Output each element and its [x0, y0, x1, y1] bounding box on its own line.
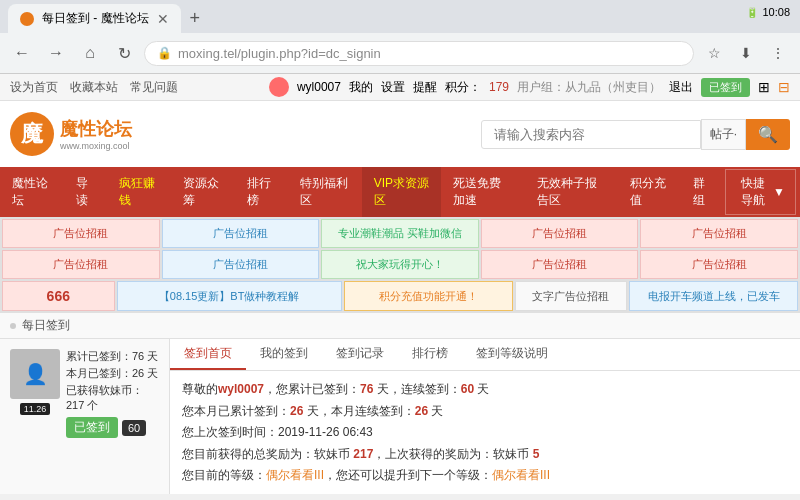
nav-item-4[interactable]: 排行榜: [235, 167, 289, 217]
nav-item-2[interactable]: 疯狂赚钱: [107, 167, 171, 217]
signin-area: 👤 11.26 累计已签到：76 天 本月已签到：26 天 已获得软妹币：217…: [0, 339, 800, 494]
section-header: 每日签到: [0, 313, 800, 339]
ad-box-3-5[interactable]: 电报开车频道上线，已发车: [629, 281, 798, 311]
signed-button[interactable]: 已签到: [701, 78, 750, 97]
feedback-link[interactable]: 常见问题: [130, 79, 178, 96]
quick-nav-button[interactable]: 快捷导航 ▼: [725, 169, 796, 215]
ad-box-1-2[interactable]: 广告位招租: [162, 219, 320, 248]
reward-desc: 1. 奖励措施：随机奖励1~10软妹币，连续七天、30天签到有额外奖励。: [182, 493, 788, 494]
logo-main-text: 魔性论坛: [60, 117, 132, 141]
apps-icon[interactable]: ⊟: [778, 79, 790, 95]
bookmark-link[interactable]: 收藏本站: [70, 79, 118, 96]
url-text: moxing.tel/plugin.php?id=dc_signin: [178, 46, 681, 61]
user-avatar: [269, 77, 289, 97]
ad-box-3-2[interactable]: 【08.15更新】BT做种教程解: [117, 281, 342, 311]
recommend-link[interactable]: 提醒: [413, 79, 437, 96]
date-badge: 11.26: [20, 403, 51, 415]
browser-toolbar: ☆ ⬇ ⋮: [700, 39, 792, 67]
address-bar[interactable]: 🔒 moxing.tel/plugin.php?id=dc_signin: [144, 41, 694, 66]
tab-level-desc[interactable]: 签到等级说明: [462, 339, 562, 370]
ad-row-3: 666 【08.15更新】BT做种教程解 积分充值功能开通！ 文字广告位招租 电…: [2, 281, 798, 311]
home-button[interactable]: ⌂: [76, 39, 104, 67]
ad-box-2-1[interactable]: 广告位招租: [2, 250, 160, 279]
streak-badge: 60: [122, 420, 146, 436]
search-button[interactable]: 🔍: [746, 119, 790, 150]
logo-icon: 魔: [10, 112, 54, 156]
search-input[interactable]: [481, 120, 701, 149]
logo-search-bar: 魔 魔性论坛 www.moxing.cool 帖子· 🔍: [0, 101, 800, 167]
tab-my-signin[interactable]: 我的签到: [246, 339, 322, 370]
tab-close-button[interactable]: ✕: [157, 11, 169, 27]
battery-time: 🔋 10:08: [746, 6, 790, 18]
ad-box-1-1[interactable]: 广告位招租: [2, 219, 160, 248]
star-button[interactable]: ☆: [700, 39, 728, 67]
content-line-1: 尊敬的wyl0007，您累计已签到：76 天，连续签到：60 天: [182, 379, 788, 401]
ad-box-2-4[interactable]: 广告位招租: [481, 250, 639, 279]
content-line-2: 您本月已累计签到：26 天，本月连续签到：26 天: [182, 401, 788, 423]
ad-box-3-4[interactable]: 文字广告位招租: [515, 281, 628, 311]
nav-menu: 魔性论坛 导读 疯狂赚钱 资源众筹 排行榜 特别福利区 VIP求资源区 死送免费…: [0, 167, 800, 217]
signin-right-panel: 签到首页 我的签到 签到记录 排行榜 签到等级说明 尊敬的wyl0007，您累计…: [170, 339, 800, 494]
stat-3: 已获得软妹币：217 个: [66, 383, 159, 413]
nav-item-1[interactable]: 导读: [64, 167, 108, 217]
signin-left-panel: 👤 11.26 累计已签到：76 天 本月已签到：26 天 已获得软妹币：217…: [0, 339, 170, 494]
ad-row-2: 广告位招租 广告位招租 祝大家玩得开心！ 广告位招租 广告位招租: [2, 250, 798, 279]
nav-item-0[interactable]: 魔性论坛: [0, 167, 64, 217]
lock-icon: 🔒: [157, 46, 172, 60]
ad-box-1-4[interactable]: 广告位招租: [481, 219, 639, 248]
tab-favicon: [20, 12, 34, 26]
back-button[interactable]: ←: [8, 39, 36, 67]
signin-content: 尊敬的wyl0007，您累计已签到：76 天，连续签到：60 天 您本月已累计签…: [170, 371, 800, 494]
search-category[interactable]: 帖子·: [701, 119, 746, 150]
nav-item-10[interactable]: 群组: [681, 167, 725, 217]
signed-badge[interactable]: 已签到: [66, 417, 118, 438]
content-line-4: 您目前获得的总奖励为：软妹币 217，上次获得的奖励为：软妹币 5: [182, 444, 788, 466]
points-label: 积分：: [445, 79, 481, 96]
ad-box-1-3[interactable]: 专业潮鞋潮品 买鞋加微信: [321, 219, 479, 248]
browser-tab[interactable]: 每日签到 - 魔性论坛 ✕: [8, 4, 181, 33]
ad-box-1-5[interactable]: 广告位招租: [640, 219, 798, 248]
signin-stats: 累计已签到：76 天 本月已签到：26 天 已获得软妹币：217 个 已签到 6…: [66, 349, 159, 438]
tab-title: 每日签到 - 魔性论坛: [42, 10, 149, 27]
username[interactable]: wyl0007: [297, 80, 341, 94]
tab-signin-home[interactable]: 签到首页: [170, 339, 246, 370]
set-home-link[interactable]: 设为首页: [10, 79, 58, 96]
ad-box-2-5[interactable]: 广告位招租: [640, 250, 798, 279]
logo-sub-text: www.moxing.cool: [60, 141, 132, 151]
ad-box-2-2[interactable]: 广告位招租: [162, 250, 320, 279]
nav-item-7[interactable]: 死送免费加速: [441, 167, 524, 217]
refresh-button[interactable]: ↻: [110, 39, 138, 67]
nav-item-8[interactable]: 无效种子报告区: [525, 167, 618, 217]
ad-box-2-3[interactable]: 祝大家玩得开心！: [321, 250, 479, 279]
ad-box-3-1[interactable]: 666: [2, 281, 115, 311]
my-link[interactable]: 我的: [349, 79, 373, 96]
menu-button[interactable]: ⋮: [764, 39, 792, 67]
nav-item-3[interactable]: 资源众筹: [171, 167, 235, 217]
forward-button[interactable]: →: [42, 39, 70, 67]
content-line-3: 您上次签到时间：2019-11-26 06:43: [182, 422, 788, 444]
tab-ranking[interactable]: 排行榜: [398, 339, 462, 370]
settings-link[interactable]: 设置: [381, 79, 405, 96]
nav-item-5[interactable]: 特别福利区: [288, 167, 361, 217]
user-avatar-large: 👤: [10, 349, 60, 399]
ad-row-1: 广告位招租 广告位招租 专业潮鞋潮品 买鞋加微信 广告位招租 广告位招租: [2, 219, 798, 248]
ad-box-3-3[interactable]: 积分充值功能开通！: [344, 281, 513, 311]
ad-section: 广告位招租 广告位招租 专业潮鞋潮品 买鞋加微信 广告位招租 广告位招租 广告位…: [0, 217, 800, 313]
logout-link[interactable]: 退出: [669, 79, 693, 96]
nav-item-9[interactable]: 积分充值: [618, 167, 682, 217]
user-group: 用户组：从九品（州吏目）: [517, 79, 661, 96]
site-header-bar: 设为首页 收藏本站 常见问题 wyl0007 我的 设置 提醒 积分： 179 …: [0, 74, 800, 101]
new-tab-button[interactable]: +: [181, 5, 209, 33]
download-button[interactable]: ⬇: [732, 39, 760, 67]
nav-item-6[interactable]: VIP求资源区: [362, 167, 442, 217]
search-bar: 帖子· 🔍: [150, 119, 790, 150]
points-value: 179: [489, 80, 509, 94]
site-logo[interactable]: 魔 魔性论坛 www.moxing.cool: [10, 109, 140, 159]
signin-tabs: 签到首页 我的签到 签到记录 排行榜 签到等级说明: [170, 339, 800, 371]
section-dot: [10, 323, 16, 329]
stat-2: 本月已签到：26 天: [66, 366, 159, 381]
stat-1: 累计已签到：76 天: [66, 349, 159, 364]
section-label: 每日签到: [22, 317, 70, 334]
tab-signin-record[interactable]: 签到记录: [322, 339, 398, 370]
grid-icon[interactable]: ⊞: [758, 79, 770, 95]
